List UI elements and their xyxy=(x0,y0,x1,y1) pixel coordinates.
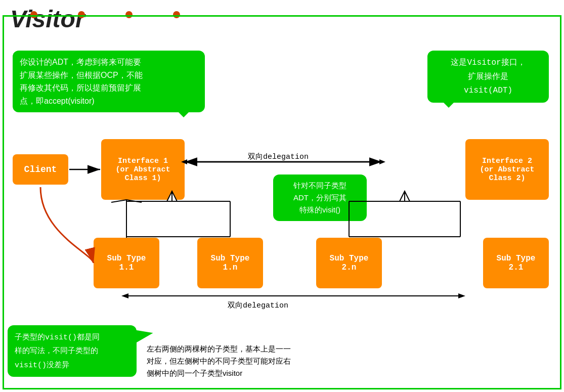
subtype21-box: Sub Type 2.1 xyxy=(483,238,549,288)
bottom-left-bubble: 子类型的visit()都是同 样的写法，不同子类型的 visit()没差异 xyxy=(8,325,137,377)
right-top-bubble: 这是Visitor接口， 扩展操作是 visit(ADT) xyxy=(427,51,549,103)
delegation-top-label: 双向delegation xyxy=(248,152,309,161)
delegation-bottom-label: 双向delegation xyxy=(228,300,288,310)
client-box: Client xyxy=(13,154,68,185)
subtype2n-box: Sub Type 2.n xyxy=(316,238,382,288)
bottom-description: 左右两侧的两棵树的子类型，基本上是一一 对应，但左侧树中的不同子类型可能对应右 … xyxy=(147,343,420,379)
interface1-box: Interface 1 (or Abstract Class 1) xyxy=(101,139,185,200)
subtype1n-box: Sub Type 1.n xyxy=(197,238,263,288)
subtype11-box: Sub Type 1.1 xyxy=(94,238,159,288)
left-top-bubble: 你设计的ADT，考虑到将来可能要 扩展某些操作，但根据OCP，不能 再修改其代码… xyxy=(13,51,205,112)
interface2-box: Interface 2 (or Abstract Class 2) xyxy=(465,139,549,200)
center-mid-bubble: 针对不同子类型 ADT，分别写其 特殊的visit() xyxy=(273,175,367,221)
